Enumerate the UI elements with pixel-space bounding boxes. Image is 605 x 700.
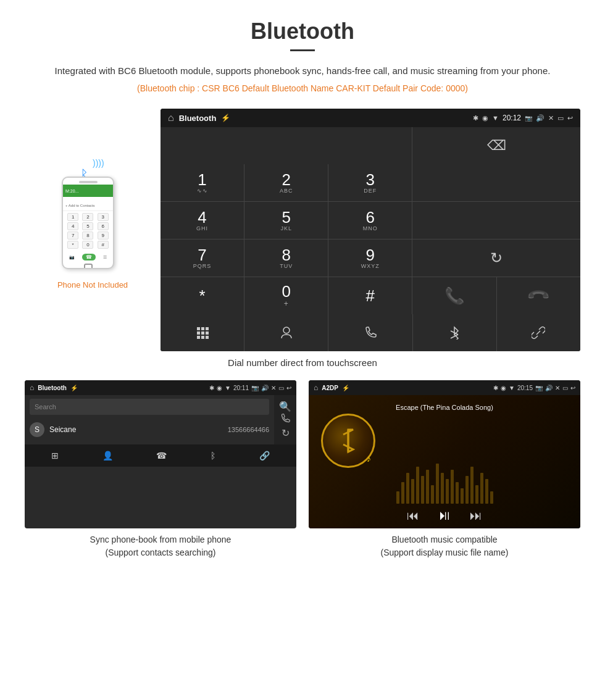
svg-point-9 xyxy=(283,327,290,333)
phonebook-search-bar[interactable]: Search xyxy=(30,399,269,415)
phonebook-reload-icon[interactable]: ↻ xyxy=(282,427,290,439)
phone-key-8[interactable]: 8 xyxy=(82,231,93,240)
phonebook-bottom-grid-icon[interactable]: ⊞ xyxy=(51,451,59,460)
phone-key-5[interactable]: 5 xyxy=(82,222,93,230)
phonebook-title: Bluetooth xyxy=(38,385,67,391)
dial-backspace-button[interactable]: ⌫ xyxy=(412,127,580,164)
phonebook-bottom-bt-icon[interactable]: ᛒ xyxy=(211,451,215,460)
phonebook-home-icon[interactable]: ⌂ xyxy=(30,383,34,392)
dial-key-4[interactable]: 4 GHI xyxy=(161,202,244,239)
music-title: A2DP xyxy=(322,385,338,391)
dial-key-0[interactable]: 0 + xyxy=(244,277,328,314)
phonebook-search-icon[interactable]: 🔍 xyxy=(279,401,291,412)
end-call-icon: 📞 xyxy=(526,283,551,308)
key-7-number: 7 xyxy=(198,247,206,263)
dial-right-controls: ↻ 📞 📞 xyxy=(412,164,580,314)
dial-key-2[interactable]: 2 ABC xyxy=(244,164,328,201)
dial-key-3[interactable]: 3 DEF xyxy=(328,164,412,201)
phonebook-screen: ⌂ Bluetooth ⚡ ✱ ◉ ▼ 20:11 📷 🔊 ✕ ▭ ↩ xyxy=(25,380,296,528)
key-hash-number: # xyxy=(366,288,375,304)
key-0-number: 0 xyxy=(282,283,290,299)
key-6-number: 6 xyxy=(366,209,375,225)
phonebook-bottom-phone-icon[interactable]: ☎ xyxy=(156,451,167,460)
eq-bar-15 xyxy=(465,476,469,504)
phone-keypad-row-2: 4 5 6 xyxy=(65,222,111,230)
phone-key-1[interactable]: 1 xyxy=(67,213,78,221)
dial-key-hash[interactable]: # xyxy=(328,277,412,314)
phone-call-button[interactable]: ☎ xyxy=(82,254,96,260)
key-3-letters: DEF xyxy=(364,188,377,194)
phone-key-hash[interactable]: # xyxy=(98,241,109,249)
eq-bar-13 xyxy=(456,482,459,504)
dial-usb-icon: ⚡ xyxy=(221,114,230,122)
phonebook-bottom-link-icon[interactable]: 🔗 xyxy=(259,451,270,460)
eq-bar-10 xyxy=(441,473,444,504)
phonebook-bottom-user-icon[interactable]: 👤 xyxy=(102,451,113,460)
phone-key-3[interactable]: 3 xyxy=(98,213,109,221)
phonebook-caption-line2: (Support contacts searching) xyxy=(106,548,216,557)
music-prev-button[interactable]: ⏮ xyxy=(407,509,419,523)
dial-key-7[interactable]: 7 PQRS xyxy=(161,240,244,277)
eq-bar-4 xyxy=(411,479,414,504)
dial-key-star[interactable]: * xyxy=(161,277,244,314)
dial-key-8[interactable]: 8 TUV xyxy=(244,240,328,277)
call-icon: 📞 xyxy=(444,286,464,306)
phone-key-2[interactable]: 2 xyxy=(82,213,93,221)
key-4-letters: GHI xyxy=(196,225,208,231)
phone-body: M:20... + Add to Contacts 1 2 3 xyxy=(62,177,114,269)
key-3-number: 3 xyxy=(366,172,375,188)
dial-contact-icon[interactable] xyxy=(244,314,328,351)
dial-bt-icon: ✱ xyxy=(473,114,478,122)
dial-reload-button[interactable]: ↻ xyxy=(412,240,580,277)
eq-bar-12 xyxy=(451,470,454,504)
dial-key-5[interactable]: 5 JKL xyxy=(244,202,328,239)
dial-end-button[interactable]: 📞 xyxy=(497,277,580,314)
phone-call-icon: ☎ xyxy=(86,254,92,260)
phonebook-location-icon: ◉ xyxy=(217,385,222,391)
dial-home-icon[interactable]: ⌂ xyxy=(168,112,174,123)
key-4-number: 4 xyxy=(198,209,206,225)
dial-grid-icon[interactable] xyxy=(161,314,244,351)
dial-key-9[interactable]: 9 WXYZ xyxy=(328,240,412,277)
phone-key-9[interactable]: 9 xyxy=(98,231,109,240)
dial-screen: ⌂ Bluetooth ⚡ ✱ ◉ ▼ 20:12 📷 🔊 ✕ ▭ ↩ xyxy=(161,109,580,351)
svg-rect-3 xyxy=(197,331,200,335)
music-status-bar: ⌂ A2DP ⚡ ✱ ◉ ▼ 20:15 📷 🔊 ✕ ▭ ↩ xyxy=(309,380,580,395)
music-next-button[interactable]: ⏭ xyxy=(470,509,482,523)
phone-key-star[interactable]: * xyxy=(67,241,78,249)
dial-call-button[interactable]: 📞 xyxy=(412,277,496,314)
music-controls: ⏮ ⏯ ⏭ xyxy=(309,507,580,523)
music-container: ⌂ A2DP ⚡ ✱ ◉ ▼ 20:15 📷 🔊 ✕ ▭ ↩ xyxy=(309,380,580,559)
phonebook-list-area: Search S Seicane 13566664466 xyxy=(25,395,274,444)
phone-key-6[interactable]: 6 xyxy=(98,222,109,230)
key-6-letters: MNO xyxy=(363,225,378,231)
phonebook-x-icon: ✕ xyxy=(271,385,276,391)
wifi-wave-icon: )))) xyxy=(93,158,104,168)
phone-home-button[interactable] xyxy=(84,264,93,269)
svg-rect-6 xyxy=(197,336,200,339)
phone-key-7[interactable]: 7 xyxy=(67,231,78,240)
phone-key-4[interactable]: 4 xyxy=(67,222,78,230)
music-location-icon: ◉ xyxy=(501,385,506,391)
contact-avatar: S xyxy=(30,422,44,437)
phone-keypad-row-3: 7 8 9 xyxy=(65,231,111,240)
phonebook-time: 20:11 xyxy=(233,385,249,391)
music-window-icon: ▭ xyxy=(562,385,568,391)
phone-key-0[interactable]: 0 xyxy=(82,241,93,249)
dial-link-icon[interactable] xyxy=(497,314,580,351)
eq-bar-1 xyxy=(396,491,399,504)
title-underline xyxy=(290,49,315,51)
dial-bluetooth-icon[interactable] xyxy=(413,314,496,351)
music-caption-line1: Bluetooth music compatible xyxy=(391,535,497,544)
phonebook-volume-icon: 🔊 xyxy=(261,385,269,391)
eq-bar-7 xyxy=(426,470,429,504)
dial-key-1[interactable]: 1 ∿∿ xyxy=(161,164,244,201)
dial-key-6[interactable]: 6 MNO xyxy=(328,202,412,239)
phonebook-container: ⌂ Bluetooth ⚡ ✱ ◉ ▼ 20:11 📷 🔊 ✕ ▭ ↩ xyxy=(25,380,296,559)
music-song-title-container: Escape (The Pina Colada Song) xyxy=(309,401,580,412)
phonebook-phone-icon[interactable] xyxy=(280,414,290,426)
music-play-pause-button[interactable]: ⏯ xyxy=(438,507,451,523)
music-bt-icon: ✱ xyxy=(493,385,498,391)
dial-phone-icon[interactable] xyxy=(328,314,412,351)
music-home-icon[interactable]: ⌂ xyxy=(314,383,318,392)
